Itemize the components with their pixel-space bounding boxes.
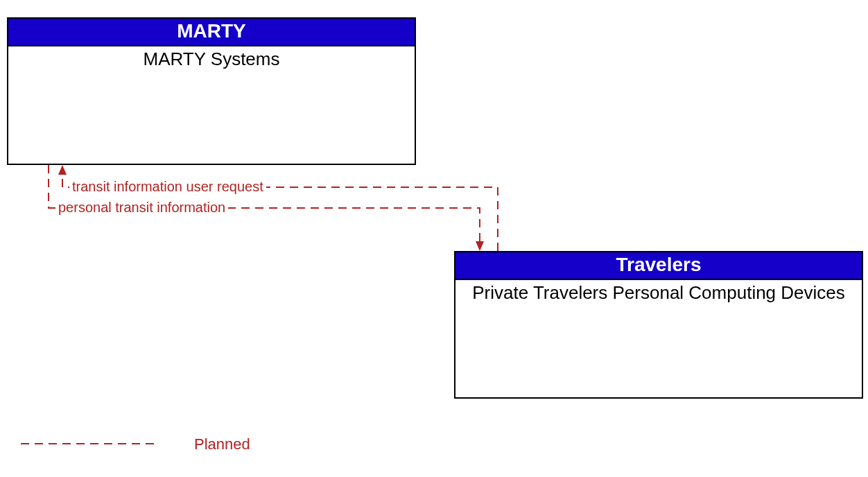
- arrowhead-info: [476, 241, 484, 251]
- entity-travelers: Travelers Private Travelers Personal Com…: [454, 251, 863, 399]
- entity-marty-header: MARTY: [8, 19, 415, 46]
- entity-marty: MARTY MARTY Systems: [7, 17, 416, 165]
- entity-travelers-body: Private Travelers Personal Computing Dev…: [455, 280, 862, 304]
- entity-travelers-header: Travelers: [455, 252, 862, 280]
- legend-label-planned: Planned: [194, 435, 250, 453]
- flow-label-request: transit information user request: [69, 179, 266, 195]
- arrowhead-request: [58, 165, 67, 175]
- entity-marty-body: MARTY Systems: [8, 46, 415, 70]
- flow-label-info: personal transit information: [55, 200, 228, 216]
